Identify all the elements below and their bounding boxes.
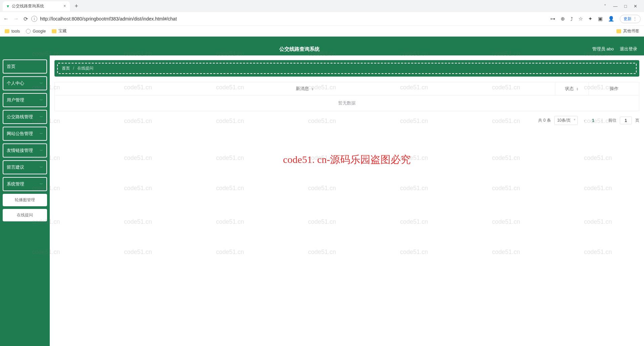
sidebar-item-profile[interactable]: 个人中心 ﹀: [3, 76, 47, 90]
breadcrumb: 首页 / 在线提问: [57, 63, 637, 74]
site-info-icon[interactable]: i: [31, 16, 37, 22]
sidebar-item-routes[interactable]: 公交路线管理 ﹀: [3, 110, 47, 124]
forward-button[interactable]: →: [13, 16, 19, 22]
search-icon[interactable]: ⊕: [561, 16, 565, 22]
tab-bar: ▾ 公交线路查询系统 × + ˅ — □ ✕: [0, 0, 644, 12]
nav-bar: ← → ⟳ i http://localhost:8080/springboot…: [0, 12, 644, 26]
logout-button[interactable]: 退出登录: [620, 46, 637, 52]
bookmark-other[interactable]: 其他书签: [616, 28, 639, 34]
sidebar: 首页 个人中心 ﹀ 用户管理 ﹀ 公交路线管理 ﹀ 网站公告管理 ﹀ 友情链接管…: [0, 55, 50, 346]
goto-prefix: 前往: [608, 118, 616, 123]
column-action: 操作: [589, 82, 639, 95]
sidebar-item-feedback[interactable]: 留言建议 ﹀: [3, 160, 47, 174]
sidebar-item-system[interactable]: 系统管理 ﹀: [3, 177, 47, 191]
chevron-down-icon: ﹀: [40, 82, 43, 85]
main-content: 首页 / 在线提问 新消息 ▲▼ 状态 ▲▼ 操作: [50, 55, 644, 346]
window-close-button[interactable]: ✕: [634, 4, 637, 9]
sort-icon: ▲▼: [576, 87, 579, 91]
chevron-down-icon: ﹀: [40, 132, 43, 135]
tab-close-icon[interactable]: ×: [64, 4, 66, 8]
address-bar[interactable]: i http://localhost:8080/springbootmf383/…: [31, 16, 547, 22]
update-button[interactable]: 更新 ⋮: [620, 15, 641, 23]
pagination: 共 0 条 10条/页 ‹ 1 › 前往 页: [54, 116, 639, 125]
sidebar-subitem-chat[interactable]: 在线提问: [3, 209, 47, 221]
chevron-down-icon: ﹀: [40, 183, 43, 185]
chevron-down-icon: ﹀: [40, 149, 43, 152]
next-page-button[interactable]: ›: [598, 117, 605, 124]
maximize-button[interactable]: □: [624, 4, 627, 9]
browser-tab[interactable]: ▾ 公交线路查询系统 ×: [3, 1, 70, 11]
profile-icon[interactable]: 👤: [608, 16, 614, 22]
prev-page-button[interactable]: ‹: [581, 117, 588, 124]
panel-icon[interactable]: ▣: [598, 16, 603, 22]
bookmarks-bar: tools Google 宝藏 其他书签: [0, 26, 644, 36]
key-icon[interactable]: ⊶: [550, 16, 555, 22]
bookmark-tools[interactable]: tools: [5, 29, 20, 34]
google-icon: [26, 29, 31, 34]
table-empty: 暂无数据: [55, 95, 639, 111]
minimize-button[interactable]: —: [613, 4, 617, 9]
breadcrumb-home[interactable]: 首页: [62, 66, 70, 71]
bookmark-google[interactable]: Google: [26, 29, 46, 34]
pagination-total: 共 0 条: [538, 118, 551, 123]
goto-suffix: 页: [635, 118, 639, 123]
share-icon[interactable]: ⤴: [570, 16, 573, 22]
window-controls: ˅ — □ ✕: [604, 4, 641, 9]
table-header: 新消息 ▲▼ 状态 ▲▼ 操作: [55, 82, 639, 95]
new-tab-button[interactable]: +: [72, 3, 81, 10]
browser-chrome: ▾ 公交线路查询系统 × + ˅ — □ ✕ ← → ⟳ i http://lo…: [0, 0, 644, 37]
folder-icon: [52, 29, 56, 33]
bookmark-treasure[interactable]: 宝藏: [52, 28, 67, 34]
sidebar-subitem-carousel[interactable]: 轮播图管理: [3, 194, 47, 206]
sort-icon: ▲▼: [311, 87, 314, 91]
extensions-icon[interactable]: ✦: [588, 16, 593, 22]
folder-icon: [616, 29, 621, 33]
breadcrumb-current: 在线提问: [77, 66, 93, 71]
column-status[interactable]: 状态 ▲▼: [555, 82, 589, 95]
data-table: 新消息 ▲▼ 状态 ▲▼ 操作 暂无数据: [54, 82, 639, 111]
folder-icon: [5, 29, 9, 33]
column-message[interactable]: 新消息 ▲▼: [55, 82, 555, 95]
tab-favicon-icon: ▾: [7, 3, 9, 9]
chevron-down-icon: ﹀: [40, 99, 43, 101]
breadcrumb-wrap: 首页 / 在线提问: [54, 60, 639, 77]
app-root: 公交线路查询系统 管理员 abo 退出登录 首页 个人中心 ﹀ 用户管理 ﹀ 公…: [0, 37, 644, 346]
app-header: 公交线路查询系统 管理员 abo 退出登录: [0, 43, 644, 55]
app-title: 公交线路查询系统: [7, 46, 592, 52]
goto-page-input[interactable]: [620, 117, 632, 124]
tab-title: 公交线路查询系统: [12, 3, 44, 9]
page-number-current[interactable]: 1: [589, 117, 597, 124]
page-size-select[interactable]: 10条/页: [554, 116, 578, 125]
reload-button[interactable]: ⟳: [24, 16, 28, 22]
chevron-down-icon: ﹀: [40, 116, 43, 118]
menu-dots-icon: ⋮: [633, 16, 637, 21]
sidebar-item-links[interactable]: 友情链接管理 ﹀: [3, 143, 47, 158]
header-scallop: [0, 37, 644, 43]
dropdown-icon[interactable]: ˅: [604, 4, 606, 9]
bookmark-icon[interactable]: ☆: [578, 16, 583, 22]
sidebar-item-home[interactable]: 首页: [3, 59, 47, 74]
chevron-down-icon: ﹀: [40, 166, 43, 169]
sidebar-item-announcements[interactable]: 网站公告管理 ﹀: [3, 127, 47, 141]
watermark-text: code51. cn-源码乐园盗图必究: [283, 153, 411, 167]
back-button[interactable]: ←: [3, 16, 9, 22]
url-text: http://localhost:8080/springbootmf383/ad…: [40, 16, 177, 21]
sidebar-item-users[interactable]: 用户管理 ﹀: [3, 93, 47, 107]
user-label[interactable]: 管理员 abo: [592, 46, 614, 52]
